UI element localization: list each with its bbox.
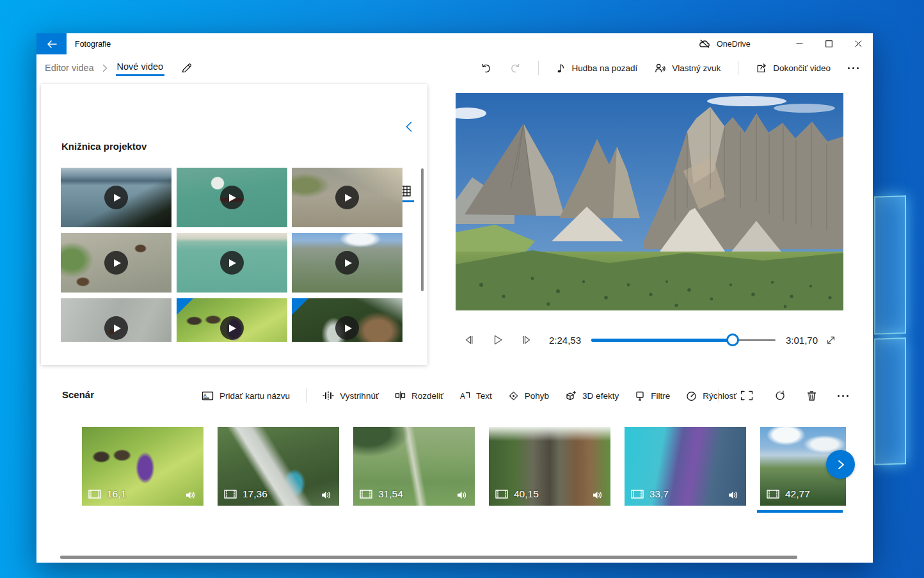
library-title: Knižnica projektov	[61, 141, 147, 152]
close-button[interactable]	[843, 33, 873, 54]
cloud-off-icon	[698, 39, 711, 49]
play-icon[interactable]	[104, 251, 128, 275]
split-button[interactable]: Rozdeliť	[395, 390, 443, 401]
clip-audio-icon[interactable]	[728, 490, 740, 500]
play-icon[interactable]	[220, 316, 244, 340]
chevron-left-icon	[405, 121, 413, 132]
scroll-clips-next-button[interactable]	[826, 450, 855, 479]
storyboard-right-tools	[719, 384, 848, 407]
pencil-icon	[180, 62, 193, 74]
video-thumbnail-forest-hut-with-lift[interactable]	[292, 298, 402, 342]
play-icon[interactable]	[335, 251, 359, 275]
breadcrumb-current-project[interactable]: Nové video	[116, 60, 165, 76]
3d-effects-label: 3D efekty	[582, 391, 619, 401]
play-icon[interactable]	[220, 186, 244, 209]
storyboard-clips: 16,1 17,36 31,54	[82, 427, 846, 517]
add-title-card-button[interactable]: A Pridať kartu názvu	[202, 391, 290, 401]
clip-audio-icon[interactable]	[456, 490, 468, 500]
maximize-icon	[825, 40, 832, 47]
minimize-button[interactable]	[785, 33, 814, 54]
clip-valley-winding-road[interactable]: 31,54	[353, 427, 475, 506]
maximize-button[interactable]	[814, 33, 843, 54]
clip-suspension-bridge[interactable]: 17,36	[218, 427, 339, 506]
play-icon[interactable]	[104, 186, 128, 209]
play-icon[interactable]	[335, 186, 359, 209]
film-icon	[360, 490, 372, 499]
fullscreen-button[interactable]	[818, 335, 843, 346]
storyboard-horizontal-scrollbar[interactable]	[60, 556, 797, 559]
clip-duration: 17,36	[243, 488, 267, 500]
more-options-button[interactable]	[848, 67, 859, 69]
video-thumbnail-kayak-on-turquoise-river[interactable]	[177, 168, 287, 227]
finish-video-button[interactable]: Dokončiť video	[756, 63, 831, 74]
clip-duration: 16,1	[107, 488, 126, 500]
collapse-library-button[interactable]	[401, 118, 417, 135]
delete-button[interactable]	[807, 390, 816, 401]
video-thumbnail-lake-with-mountains[interactable]	[61, 168, 171, 227]
previous-frame-button[interactable]	[456, 333, 484, 346]
split-label: Rozdeliť	[411, 391, 443, 401]
video-thumbnail-meadow-with-person[interactable]	[177, 298, 287, 342]
3d-effects-button[interactable]: 3D efekty	[565, 390, 619, 401]
video-thumbnail-green-mountain-peaks[interactable]	[292, 233, 402, 293]
play-icon[interactable]	[104, 316, 128, 340]
text-button[interactable]: A Text	[459, 390, 492, 401]
current-time: 2:24,53	[549, 335, 581, 346]
background-music-label: Hudba na pozadí	[572, 63, 638, 73]
resize-frame-button[interactable]	[740, 390, 753, 401]
back-button[interactable]	[36, 33, 67, 54]
next-frame-icon	[520, 333, 532, 346]
clip-funicular-track[interactable]: 40,15	[489, 427, 610, 506]
film-icon	[767, 490, 779, 499]
video-preview[interactable]	[456, 93, 843, 310]
clip-audio-icon[interactable]	[321, 490, 333, 500]
titlebar: Fotografie OneDrive	[36, 33, 873, 54]
toolbar-separator	[306, 389, 307, 403]
background-music-button[interactable]: Hudba na pozadí	[556, 63, 638, 74]
selected-corner-badge	[292, 298, 308, 315]
clip-audio-icon[interactable]	[185, 490, 197, 500]
minimize-icon	[796, 40, 803, 47]
seek-thumb[interactable]	[726, 333, 739, 346]
desktop: { "app": { "title": "Fotografie" }, "tit…	[0, 0, 924, 578]
toolbar-separator	[538, 61, 539, 75]
breadcrumb: Editor videa Nové video	[45, 54, 193, 81]
preview-frame-mountains	[456, 93, 843, 310]
rename-project-button[interactable]	[180, 62, 193, 74]
play-icon[interactable]	[220, 251, 244, 275]
next-frame-button[interactable]	[512, 333, 540, 346]
toolbar-separator	[738, 61, 738, 75]
film-icon	[495, 490, 508, 499]
motion-button[interactable]: Pohyb	[508, 390, 549, 401]
custom-audio-button[interactable]: Vlastný zvuk	[655, 63, 721, 74]
text-label: Text	[476, 391, 492, 401]
clip-meadow-with-person[interactable]: 16,1	[82, 427, 203, 506]
play-button[interactable]	[484, 333, 512, 346]
svg-text:A: A	[460, 392, 465, 401]
storyboard-more-button[interactable]	[838, 395, 848, 397]
rotate-icon	[774, 390, 786, 401]
motion-icon	[508, 390, 519, 401]
wallpaper-logo-pane	[874, 337, 906, 465]
speaker-icon	[185, 490, 197, 500]
library-scrollbar[interactable]	[421, 168, 424, 291]
wallpaper-logo-pane	[874, 195, 906, 335]
redo-button[interactable]	[509, 62, 521, 74]
breadcrumb-editor-videa[interactable]: Editor videa	[45, 63, 94, 73]
onedrive-status[interactable]: OneDrive	[698, 33, 751, 54]
seek-slider[interactable]	[591, 333, 776, 346]
clip-audio-icon[interactable]	[592, 490, 604, 500]
trim-button[interactable]: Vystrihnúť	[323, 390, 379, 401]
clip-turquoise-blur-person[interactable]: 33,7	[625, 427, 746, 506]
play-icon[interactable]	[335, 316, 359, 340]
video-thumbnail-gray-rock-face[interactable]	[61, 298, 171, 342]
video-thumbnail-zoo-stone-ruins[interactable]	[292, 168, 402, 227]
storyboard-header: Scenár A Pridať kartu názvu Vystrihnúť	[36, 384, 873, 407]
rotate-button[interactable]	[774, 390, 786, 401]
video-thumbnail-turquoise-lakeshore[interactable]	[177, 233, 287, 293]
video-thumbnail-bears-on-rocks[interactable]	[61, 233, 171, 293]
filters-button[interactable]: Filtre	[635, 390, 670, 401]
play-icon	[491, 333, 504, 346]
film-icon	[88, 490, 101, 499]
undo-button[interactable]	[481, 62, 492, 74]
